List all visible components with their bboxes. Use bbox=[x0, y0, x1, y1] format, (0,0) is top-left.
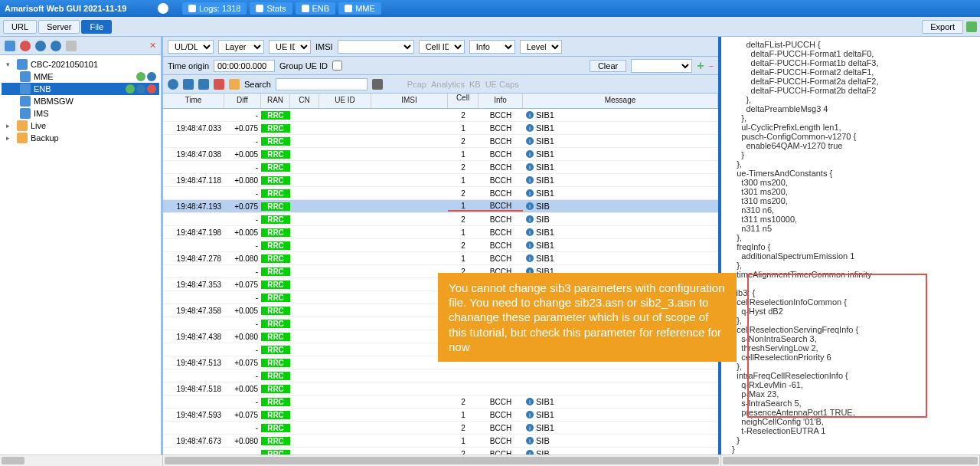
refresh-icon[interactable] bbox=[168, 79, 178, 90]
collapse-icon[interactable] bbox=[158, 3, 168, 14]
server-button[interactable]: Server bbox=[38, 20, 80, 34]
log-row[interactable]: -RRC2BCCHiSIB bbox=[163, 213, 718, 226]
col-ueid[interactable]: UE ID bbox=[319, 94, 371, 108]
warning-icon[interactable] bbox=[214, 79, 224, 90]
wrench-icon[interactable] bbox=[5, 41, 15, 51]
col-cell[interactable]: Cell bbox=[448, 94, 479, 108]
col-ran[interactable]: RAN bbox=[261, 94, 290, 108]
reload-icon[interactable] bbox=[35, 41, 46, 51]
log-row[interactable]: 19:48:47.278+0.080RRC1BCCHiSIB1 bbox=[163, 252, 718, 265]
col-diff[interactable]: Diff bbox=[224, 94, 261, 108]
remove-filter-icon[interactable]: − bbox=[709, 61, 714, 71]
tree-item-mbmsgw[interactable]: MBMSGW bbox=[2, 95, 159, 107]
info-icon: i bbox=[526, 163, 534, 171]
url-button[interactable]: URL bbox=[3, 20, 37, 34]
col-info[interactable]: Info bbox=[479, 94, 523, 108]
cell-cell: 1 bbox=[448, 124, 479, 133]
ueid-select[interactable]: UE ID bbox=[269, 40, 311, 54]
log-row[interactable]: -RRC2BCCHiSIB1 bbox=[163, 422, 718, 435]
cell-time: 19:48:47.193 bbox=[163, 202, 224, 211]
filter-preset-select[interactable] bbox=[631, 59, 692, 73]
level-select[interactable]: Level bbox=[520, 40, 562, 54]
close-icon[interactable]: ✕ bbox=[149, 41, 156, 51]
log-row[interactable]: -RRC2BCCHiSIB1 bbox=[163, 395, 718, 409]
prev-icon[interactable] bbox=[183, 79, 194, 90]
refresh-icon[interactable] bbox=[966, 21, 977, 32]
log-row[interactable]: 19:48:47.193+0.075RRC1BCCHiSIB bbox=[163, 200, 718, 213]
uldl-select[interactable]: UL/DL bbox=[168, 40, 214, 54]
log-row[interactable]: 19:48:47.593+0.075RRC1BCCHiSIB1 bbox=[163, 409, 718, 422]
log-row[interactable]: 19:48:47.518+0.005RRC bbox=[163, 382, 718, 395]
log-row[interactable]: -RRC2BCCHiSIB1 bbox=[163, 135, 718, 148]
msg-text: SIB bbox=[536, 436, 550, 445]
log-row[interactable]: 19:48:47.198+0.005RRC1BCCHiSIB1 bbox=[163, 226, 718, 239]
log-row[interactable]: 19:48:47.118+0.080RRC1BCCHiSIB1 bbox=[163, 174, 718, 187]
folder-icon bbox=[17, 120, 28, 131]
cell-cell: 2 bbox=[448, 189, 479, 198]
tree-backup[interactable]: ▸ Backup bbox=[2, 132, 159, 144]
doc-icon bbox=[188, 5, 196, 12]
msg-text: SIB1 bbox=[536, 176, 554, 185]
cell-ran: RRC bbox=[261, 359, 290, 367]
main-toolbar: URLServerFile Export bbox=[0, 17, 980, 37]
export-button[interactable]: Export bbox=[922, 20, 963, 34]
imsi-select[interactable] bbox=[338, 40, 414, 54]
cell-diff: +0.075 bbox=[224, 411, 261, 419]
log-row[interactable]: -RRC2BCCHiSIB1 bbox=[163, 109, 718, 122]
col-imsi[interactable]: IMSI bbox=[371, 94, 448, 108]
info-icon: i bbox=[526, 241, 534, 249]
file-button[interactable]: File bbox=[81, 20, 112, 34]
cell-diff: - bbox=[224, 346, 261, 354]
cellid-select[interactable]: Cell ID bbox=[419, 40, 465, 54]
log-row[interactable]: -RRC2BCCHiSIB1 bbox=[163, 187, 718, 200]
cell-info: BCCH bbox=[479, 398, 523, 406]
cell-msg: iSIB bbox=[523, 215, 718, 224]
binoculars-icon[interactable] bbox=[372, 79, 383, 90]
cell-info: BCCH bbox=[479, 163, 523, 172]
log-row[interactable]: -RRC2BCCHiSIB1 bbox=[163, 161, 718, 174]
stop-icon[interactable] bbox=[20, 41, 31, 51]
tree-item-enb[interactable]: ENB bbox=[2, 83, 159, 95]
cell-ran: RRC bbox=[261, 333, 290, 341]
log-row[interactable]: 19:48:47.038+0.005RRC1BCCHiSIB1 bbox=[163, 148, 718, 161]
col-message[interactable]: Message bbox=[523, 94, 718, 108]
tree-item-ims[interactable]: IMS bbox=[2, 107, 159, 120]
header-tab-enb[interactable]: ENB bbox=[296, 2, 336, 15]
search-input[interactable] bbox=[276, 78, 368, 90]
clear-button[interactable]: Clear bbox=[590, 60, 626, 72]
info-select[interactable]: Info bbox=[469, 40, 515, 54]
detail-panel[interactable]: deltaFList-PUCCH { deltaF-PUCCH-Format1 … bbox=[721, 37, 980, 466]
log-row[interactable]: 19:48:47.033+0.075RRC1BCCHiSIB1 bbox=[163, 122, 718, 135]
cell-cell: 1 bbox=[448, 228, 479, 237]
next-icon[interactable] bbox=[198, 79, 209, 90]
app-header: Amarisoft Web GUI 2021-11-19 Logs: 1318S… bbox=[0, 0, 980, 17]
tool-icon[interactable] bbox=[66, 41, 77, 51]
col-time[interactable]: Time bbox=[163, 94, 224, 108]
cell-time: 19:48:47.518 bbox=[163, 385, 224, 393]
cell-diff: +0.075 bbox=[224, 281, 261, 289]
log-row[interactable]: -RRC2BCCHiSIB1 bbox=[163, 239, 718, 252]
tree-live[interactable]: ▸ Live bbox=[2, 120, 159, 132]
bottom-scrollbar[interactable] bbox=[0, 455, 980, 466]
log-row[interactable]: 19:48:47.673+0.080RRC1BCCHiSIB bbox=[163, 435, 718, 448]
cell-cell: 1 bbox=[448, 176, 479, 185]
status-badge bbox=[126, 84, 135, 94]
cell-ran: RRC bbox=[261, 372, 290, 380]
col-cn[interactable]: CN bbox=[290, 94, 319, 108]
cell-info: BCCH bbox=[479, 124, 523, 133]
play-icon[interactable] bbox=[51, 41, 61, 51]
time-origin-input[interactable] bbox=[214, 60, 275, 72]
layer-select[interactable]: Layer bbox=[218, 40, 264, 54]
add-filter-icon[interactable]: + bbox=[697, 59, 704, 73]
config-tree: ▾ CBC-2021050101 MMEENBMBMSGWIMS ▸ Live … bbox=[0, 55, 161, 147]
alert-icon[interactable] bbox=[229, 79, 240, 90]
group-ueid-checkbox[interactable] bbox=[332, 61, 342, 71]
tree-item-mme[interactable]: MME bbox=[2, 71, 159, 83]
header-tab-mme[interactable]: MME bbox=[338, 2, 381, 15]
header-tab-stats[interactable]: Stats bbox=[250, 2, 292, 15]
cell-ran: RRC bbox=[261, 437, 290, 445]
tree-root[interactable]: ▾ CBC-2021050101 bbox=[2, 58, 159, 71]
log-row[interactable]: -RRC bbox=[163, 369, 718, 382]
expand-icon: ▾ bbox=[6, 61, 14, 68]
header-tab-logs[interactable]: Logs: 1318 bbox=[182, 2, 247, 15]
